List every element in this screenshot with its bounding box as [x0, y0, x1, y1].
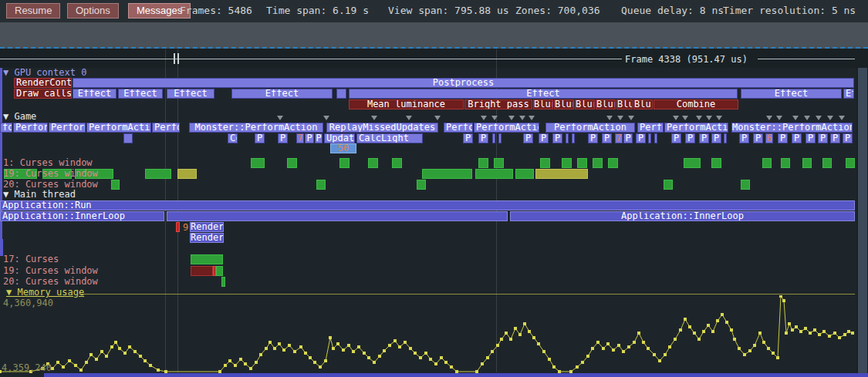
collapse-triangle-icon[interactable] — [406, 116, 412, 120]
gpu-zone-blur[interactable]: Blur — [633, 99, 653, 109]
game-zone-performaction[interactable]: PerformAction — [545, 123, 635, 133]
lock-bar[interactable] — [422, 169, 472, 179]
gpu-zone-effect[interactable]: Effect — [118, 89, 163, 99]
zone-tick[interactable] — [0, 185, 2, 193]
game-subzone[interactable]: P — [478, 133, 488, 143]
game-zone[interactable]: fo — [0, 123, 12, 133]
lock-bar[interactable] — [562, 158, 572, 168]
lock-bar[interactable] — [145, 169, 171, 179]
gpu-zone-effect[interactable]: Effect — [167, 89, 214, 99]
options-button[interactable]: Options — [67, 3, 119, 19]
gpu-zone-blur[interactable]: Blur — [533, 99, 553, 109]
game-subzone-calclight[interactable]: CalcLight — [356, 133, 423, 143]
gpu-zone-effect[interactable]: Effect — [349, 89, 738, 99]
collapse-triangle-icon[interactable] — [371, 116, 377, 120]
lock-bar[interactable] — [417, 180, 426, 190]
game-subzone[interactable]: P — [305, 133, 314, 143]
lock-bar[interactable] — [741, 180, 750, 190]
left-edge-zone[interactable] — [0, 68, 2, 84]
main-zone-application-innerloop[interactable] — [167, 211, 508, 221]
lock-bar[interactable] — [392, 158, 402, 168]
collapse-triangle-icon[interactable] — [682, 116, 688, 120]
collapse-triangle-icon[interactable] — [827, 116, 833, 120]
collapse-triangle-icon[interactable] — [606, 116, 613, 120]
lock-bar-contended[interactable] — [177, 169, 197, 179]
lock-bar[interactable] — [540, 158, 550, 168]
game-subzone[interactable]: P — [699, 133, 709, 143]
game-subzone[interactable]: P — [806, 133, 816, 143]
game-subzone[interactable]: P — [552, 133, 562, 143]
game-zone[interactable]: Perfoi — [152, 123, 180, 133]
lock-bar[interactable] — [216, 266, 223, 276]
game-subzone[interactable]: P — [843, 133, 853, 143]
collapse-triangle-icon[interactable] — [508, 116, 515, 120]
gpu-zone-rendercontext[interactable]: RenderConte — [14, 78, 72, 88]
lock-bar[interactable] — [478, 158, 488, 168]
zone-tick[interactable] — [0, 162, 2, 170]
zone-tick[interactable] — [0, 193, 2, 200]
zone-tick[interactable] — [0, 85, 2, 93]
lock-bar-blocked[interactable] — [191, 266, 213, 276]
game-subzone[interactable]: P — [463, 133, 473, 143]
collapse-triangle-icon[interactable] — [277, 116, 283, 120]
lock-bar[interactable] — [762, 158, 772, 168]
collapse-triangle-icon[interactable] — [519, 116, 525, 120]
collapse-triangle-icon[interactable] — [792, 116, 799, 120]
lock-bar[interactable] — [593, 158, 603, 168]
gpu-zone-bright-pass[interactable]: Bright pass — [464, 99, 532, 109]
lock-bar[interactable] — [822, 158, 832, 168]
game-subzone[interactable]: P — [685, 133, 695, 143]
game-subzone[interactable]: P — [753, 133, 763, 143]
lock-bar[interactable] — [339, 158, 350, 168]
collapse-triangle-icon[interactable] — [839, 116, 845, 120]
horizontal-scrollbar[interactable] — [44, 373, 868, 377]
game-subzone[interactable]: P — [623, 133, 633, 143]
game-subzone[interactable]: P — [602, 133, 612, 143]
collapse-triangle-icon[interactable] — [816, 116, 822, 120]
main-zone-application-run[interactable]: Application::Run — [0, 200, 855, 210]
gpu-zone-blur[interactable]: Blu — [616, 99, 633, 109]
game-subzone[interactable] — [566, 133, 569, 143]
lock-bar[interactable] — [781, 158, 790, 168]
game-zone[interactable]: Perfc — [444, 123, 473, 133]
lock-bar[interactable] — [191, 254, 223, 264]
collapse-triangle-icon[interactable] — [617, 116, 623, 120]
game-subzone[interactable]: P — [792, 133, 802, 143]
collapse-triangle-icon[interactable] — [529, 116, 535, 120]
game-subzone[interactable]: P — [711, 133, 721, 143]
frames-overview-strip[interactable] — [0, 22, 868, 49]
game-subzone-count[interactable]: 7 — [296, 133, 304, 143]
main-zone-short[interactable] — [176, 222, 180, 232]
collapse-triangle-icon[interactable] — [766, 116, 772, 120]
zone-tick[interactable] — [0, 139, 2, 146]
game-subzone[interactable]: P — [539, 133, 549, 143]
lock-bar[interactable] — [316, 180, 326, 190]
game-subzone[interactable]: Pr — [255, 133, 265, 143]
memory-usage-plot[interactable] — [0, 295, 868, 373]
lock-bar[interactable] — [711, 158, 721, 168]
lock-bar[interactable] — [287, 158, 297, 168]
gpu-zone-postprocess[interactable]: Postprocess — [73, 78, 854, 88]
game-zone-monster-performaction[interactable]: Monster::PerformAction — [731, 123, 853, 133]
collapse-triangle-icon[interactable] — [804, 116, 810, 120]
game-zone-monster-performaction[interactable]: Monster::PerformAction — [189, 123, 323, 133]
collapse-triangle-icon[interactable] — [776, 116, 782, 120]
game-subzone[interactable]: P — [778, 133, 788, 143]
lock-bar[interactable] — [494, 158, 504, 168]
collapse-triangle-icon[interactable] — [716, 116, 722, 120]
game-subzone[interactable] — [123, 133, 133, 143]
lock-bar[interactable] — [684, 158, 701, 168]
collapse-triangle-icon[interactable] — [673, 116, 679, 120]
game-zone[interactable]: Perforr — [13, 123, 48, 133]
collapse-triangle-icon[interactable] — [628, 116, 634, 120]
zone-tick[interactable] — [0, 100, 2, 108]
lock-bar[interactable] — [577, 158, 587, 168]
main-zone-application-innerloop[interactable]: Application::InnerLoop — [510, 211, 855, 221]
game-subzone[interactable]: P — [739, 133, 749, 143]
lock-bar[interactable] — [221, 277, 225, 287]
collapse-triangle-icon[interactable] — [706, 116, 712, 120]
gpu-zone-combine[interactable]: Combine — [654, 99, 738, 109]
game-subzone[interactable] — [724, 133, 727, 143]
game-zone-replaymissedupdates[interactable]: ReplayMissedUpdates — [326, 123, 438, 133]
gpu-zone-effect[interactable]: Effect — [231, 89, 333, 99]
